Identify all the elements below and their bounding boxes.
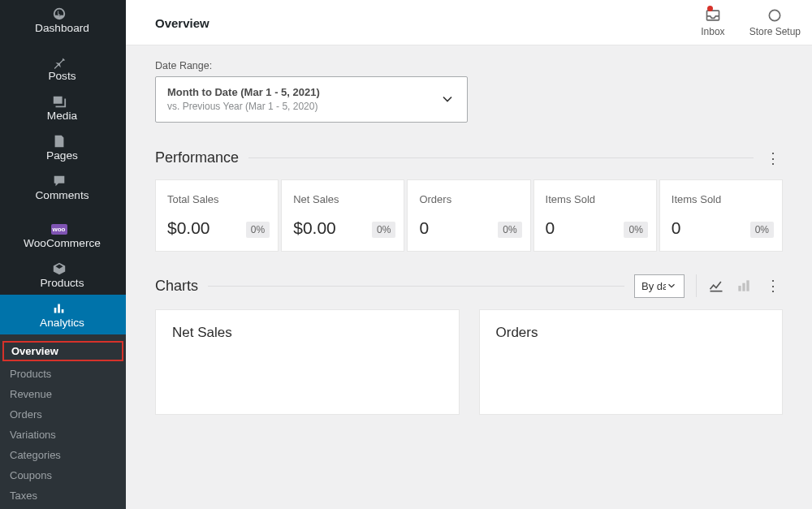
card-delta: 0% [246,222,270,238]
bar-chart-icon [736,278,752,294]
bar-chart-button[interactable] [736,278,752,294]
divider [248,157,754,158]
sidebar-sub-revenue[interactable]: Revenue [0,384,126,404]
line-chart-button[interactable] [708,278,724,294]
dashboard-icon [51,6,67,22]
main-area: Overview Inbox Store Setup Date Range: M… [126,0,812,509]
inbox-icon [705,7,721,24]
sidebar-sub-downloads[interactable]: Downloads [0,506,126,509]
chevron-down-icon [439,91,456,107]
sidebar-item-label: Posts [48,70,76,82]
divider [208,286,624,287]
card-label: Total Sales [167,193,266,205]
interval-value: By day [641,280,666,292]
card-items-sold-1[interactable]: Items Sold 0 0% [533,179,657,252]
card-delta: 0% [372,222,395,238]
svg-point-1 [770,10,780,20]
chart-panel-title: Orders [496,325,767,341]
topbar: Overview Inbox Store Setup [126,0,812,45]
card-items-sold-2[interactable]: Items Sold 0 0% [659,179,783,252]
sidebar-item-label: Comments [35,189,89,201]
card-label: Net Sales [293,193,392,205]
card-orders[interactable]: Orders 0 0% [407,179,530,252]
sidebar-sub-categories[interactable]: Categories [0,445,126,465]
divider [696,274,697,297]
card-delta: 0% [498,222,521,238]
inbox-button[interactable]: Inbox [701,7,724,37]
chart-panel-title: Net Sales [172,325,443,341]
inbox-label: Inbox [701,26,724,37]
woocommerce-icon: woo [51,221,67,237]
daterange-label: Date Range: [155,60,783,71]
chevron-down-icon [666,280,677,291]
sidebar-sub-orders[interactable]: Orders [0,404,126,425]
daterange-picker[interactable]: Month to Date (Mar 1 - 5, 2021) vs. Prev… [155,76,468,123]
card-net-sales[interactable]: Net Sales $0.00 0% [281,179,404,252]
card-label: Items Sold [672,193,771,205]
comments-icon [51,173,67,189]
svg-rect-4 [746,281,749,291]
card-delta: 0% [624,222,647,238]
sidebar-sub-products[interactable]: Products [0,364,126,384]
svg-rect-2 [738,286,741,291]
sidebar-item-dashboard[interactable]: Dashboard [0,0,126,40]
products-icon [51,261,67,277]
page-title: Overview [155,16,209,30]
kebab-icon: ⋮ [766,278,780,293]
card-total-sales[interactable]: Total Sales $0.00 0% [155,179,279,252]
performance-header: Performance ⋮ [155,149,783,168]
store-setup-button[interactable]: Store Setup [749,7,801,37]
charts-title: Charts [155,278,198,295]
charts-header: Charts By day [155,274,783,298]
store-setup-label: Store Setup [749,26,801,37]
analytics-icon [51,300,67,317]
svg-rect-3 [742,283,745,291]
sidebar-item-media[interactable]: Media [0,88,126,127]
media-icon [51,93,67,110]
performance-menu-button[interactable]: ⋮ [763,149,783,168]
daterange-selected: Month to Date (Mar 1 - 5, 2021) [167,85,320,100]
sidebar-submenu-analytics: Overview Products Revenue Orders Variati… [0,334,126,509]
sidebar-item-analytics[interactable]: Analytics [0,295,126,334]
admin-sidebar: Dashboard Posts Media Pages Comments woo… [0,0,126,509]
sidebar-sub-taxes[interactable]: Taxes [0,485,126,506]
pages-icon [51,133,67,149]
chart-panel-orders: Orders [479,309,784,415]
sidebar-sub-variations[interactable]: Variations [0,425,126,445]
chart-panels: Net Sales Orders [155,309,783,415]
sidebar-item-label: WooCommerce [24,237,101,249]
sidebar-item-label: Products [40,277,84,289]
card-label: Items Sold [546,193,645,205]
sidebar-item-label: Analytics [40,317,84,329]
interval-select[interactable]: By day [634,274,685,298]
charts-menu-button[interactable]: ⋮ [763,276,783,295]
sidebar-item-posts[interactable]: Posts [0,48,126,88]
sidebar-item-label: Pages [46,149,78,162]
sidebar-item-comments[interactable]: Comments [0,167,126,207]
pin-icon [51,54,67,70]
sidebar-sub-overview[interactable]: Overview [2,341,123,361]
performance-title: Performance [155,149,239,166]
sidebar-item-woocommerce[interactable]: woo WooCommerce [0,215,126,255]
card-delta: 0% [750,222,774,238]
sidebar-item-pages[interactable]: Pages [0,127,126,167]
chart-panel-net-sales: Net Sales [155,309,460,415]
daterange-compare: vs. Previous Year (Mar 1 - 5, 2020) [167,100,320,114]
card-label: Orders [419,193,518,205]
notification-dot-icon [707,6,713,11]
content-area: Date Range: Month to Date (Mar 1 - 5, 20… [126,45,812,509]
kebab-icon: ⋮ [766,151,780,166]
circle-icon [767,7,783,24]
sidebar-item-products[interactable]: Products [0,255,126,295]
charts-controls: By day ⋮ [634,274,783,298]
sidebar-item-label: Dashboard [35,22,89,34]
sidebar-sub-coupons[interactable]: Coupons [0,465,126,485]
line-chart-icon [708,278,724,294]
sidebar-item-label: Media [47,110,77,122]
performance-cards: Total Sales $0.00 0% Net Sales $0.00 0% … [155,179,783,252]
